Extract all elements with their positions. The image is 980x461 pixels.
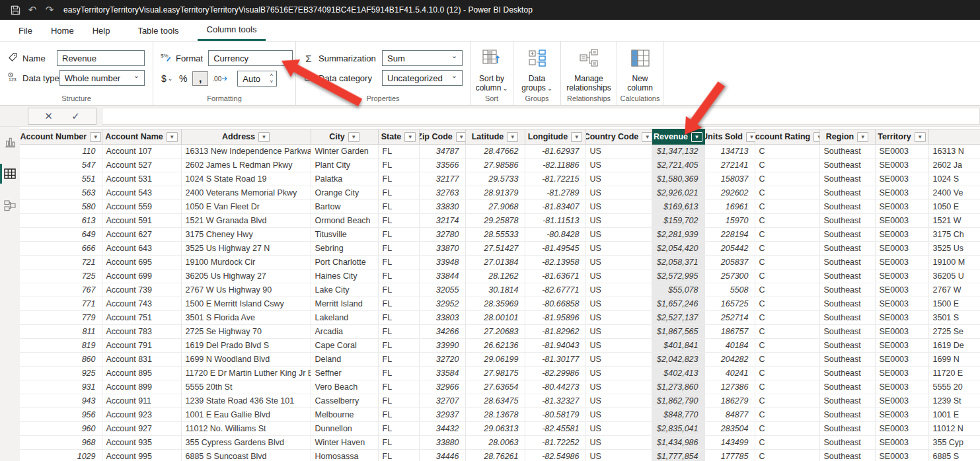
cell[interactable]: C <box>755 367 819 380</box>
cell[interactable]: 27.63654 <box>465 380 525 394</box>
cell[interactable]: US <box>585 353 652 367</box>
cell[interactable]: Arcadia <box>311 325 378 339</box>
cell[interactable]: -80.66858 <box>525 297 585 311</box>
column-header-zip-code[interactable]: Zip Code▼ <box>419 129 465 145</box>
format-currency-field[interactable]: Currency <box>208 50 293 66</box>
cell[interactable]: 1029 <box>20 450 102 461</box>
cell[interactable]: 33844 <box>419 269 465 283</box>
cell[interactable]: C <box>755 450 819 461</box>
cell[interactable]: SE0003 <box>875 297 928 311</box>
tab-table-tools[interactable]: Table tools <box>128 20 188 41</box>
cell[interactable]: 32937 <box>419 408 465 422</box>
percent-format-button[interactable]: % <box>176 71 190 86</box>
cell[interactable]: 943 <box>20 394 102 408</box>
cell[interactable]: US <box>585 339 652 353</box>
cell[interactable]: FL <box>378 256 419 269</box>
cell[interactable]: Account 743 <box>102 297 181 311</box>
cell[interactable]: $2,054,420 <box>652 242 704 256</box>
cell[interactable]: 33566 <box>419 159 465 172</box>
cell[interactable]: SE0003 <box>875 311 928 325</box>
cell[interactable]: FL <box>378 422 419 436</box>
cell[interactable]: Dunnellon <box>311 422 378 436</box>
cell[interactable]: $402,413 <box>652 367 704 380</box>
cell[interactable]: SE0003 <box>875 408 928 422</box>
cell[interactable]: FL <box>378 325 419 339</box>
cell[interactable]: US <box>585 450 652 461</box>
cell[interactable]: FL <box>378 242 419 256</box>
cell[interactable]: 767 <box>20 283 102 297</box>
cell[interactable]: 29.06199 <box>465 353 525 367</box>
cell[interactable]: 968 <box>20 436 102 450</box>
column-header-latitude[interactable]: Latitude▼ <box>465 129 525 145</box>
cell[interactable]: 33584 <box>419 367 465 380</box>
column-header-revenue[interactable]: Revenue▼ <box>652 129 704 145</box>
cell[interactable]: 1699 N <box>928 353 980 367</box>
cell[interactable]: Seffner <box>311 367 378 380</box>
cell[interactable]: 2400 Veterans Memorial Pkwy <box>181 186 311 200</box>
filter-dropdown-button[interactable]: ▼ <box>507 132 518 142</box>
cell[interactable]: SE0003 <box>875 186 928 200</box>
cell[interactable]: FL <box>378 436 419 450</box>
cell[interactable]: FL <box>378 214 419 228</box>
cell[interactable]: US <box>585 145 652 159</box>
cell[interactable]: -81.2789 <box>525 186 585 200</box>
cell[interactable]: Account 643 <box>102 242 181 256</box>
cell[interactable]: $2,527,137 <box>652 311 704 325</box>
cell[interactable]: FL <box>378 408 419 422</box>
cell[interactable]: SE0003 <box>875 214 928 228</box>
cell[interactable]: 177785 <box>704 450 755 461</box>
cell[interactable]: 725 <box>20 269 102 283</box>
cell[interactable]: Account 527 <box>102 159 181 172</box>
cell[interactable]: US <box>585 172 652 186</box>
cell[interactable]: SE0003 <box>875 200 928 214</box>
cell[interactable]: FL <box>378 367 419 380</box>
cell[interactable]: 33990 <box>419 339 465 353</box>
cell[interactable]: Southeast <box>819 325 875 339</box>
cell[interactable]: Southeast <box>819 214 875 228</box>
cell[interactable]: 613 <box>20 214 102 228</box>
cell[interactable]: 1001 E <box>928 408 980 422</box>
cell[interactable]: Account 995 <box>102 450 181 461</box>
cell[interactable]: 2602 Ja <box>928 159 980 172</box>
cell[interactable]: 29.06313 <box>465 422 525 436</box>
cell[interactable]: US <box>585 214 652 228</box>
sort-by-column-button[interactable]: Sort by column ⌄ <box>471 48 513 93</box>
cell[interactable]: -81.72252 <box>525 436 585 450</box>
tab-column-tools[interactable]: Column tools <box>198 20 266 41</box>
cell[interactable]: 32952 <box>419 297 465 311</box>
cell[interactable]: 1239 State Road 436 Ste 101 <box>181 394 311 408</box>
cell[interactable]: 1024 S State Road 19 <box>181 172 311 186</box>
cell[interactable]: 32763 <box>419 186 465 200</box>
cell[interactable]: C <box>755 159 819 172</box>
cell[interactable]: 186279 <box>704 394 755 408</box>
cell[interactable]: Account 591 <box>102 214 181 228</box>
cell[interactable]: $2,058,371 <box>652 256 704 269</box>
cell[interactable]: SE0003 <box>875 159 928 172</box>
cell[interactable]: 3175 Cheney Hwy <box>181 228 311 242</box>
cell[interactable]: Southeast <box>819 242 875 256</box>
cell[interactable]: 2767 W Us Highway 90 <box>181 283 311 297</box>
save-icon[interactable] <box>7 0 24 20</box>
cell[interactable]: 34266 <box>419 325 465 339</box>
cell[interactable]: 34432 <box>419 422 465 436</box>
cell[interactable]: 33870 <box>419 242 465 256</box>
cell[interactable]: Cape Coral <box>311 339 378 353</box>
cell[interactable]: Account 895 <box>102 367 181 380</box>
cell[interactable]: $1,862,790 <box>652 394 704 408</box>
cell[interactable]: 1521 W Granada Blvd <box>181 214 311 228</box>
cell[interactable]: US <box>585 311 652 325</box>
cell[interactable]: 6885 S <box>928 450 980 461</box>
cell[interactable]: 666 <box>20 242 102 256</box>
cell[interactable]: $1,580,369 <box>652 172 704 186</box>
cell[interactable]: 721 <box>20 256 102 269</box>
cell[interactable]: 1619 De <box>928 339 980 353</box>
cell[interactable]: 19100 Murdock Cir <box>181 256 311 269</box>
cell[interactable]: 27.51427 <box>465 242 525 256</box>
cell[interactable]: 28.1262 <box>465 269 525 283</box>
cell[interactable]: Southeast <box>819 394 875 408</box>
cell[interactable]: -80.44273 <box>525 380 585 394</box>
cell[interactable]: 1699 N Woodland Blvd <box>181 353 311 367</box>
cell[interactable]: -82.13958 <box>525 256 585 269</box>
cell[interactable]: Account 751 <box>102 311 181 325</box>
cell[interactable]: 205442 <box>704 242 755 256</box>
